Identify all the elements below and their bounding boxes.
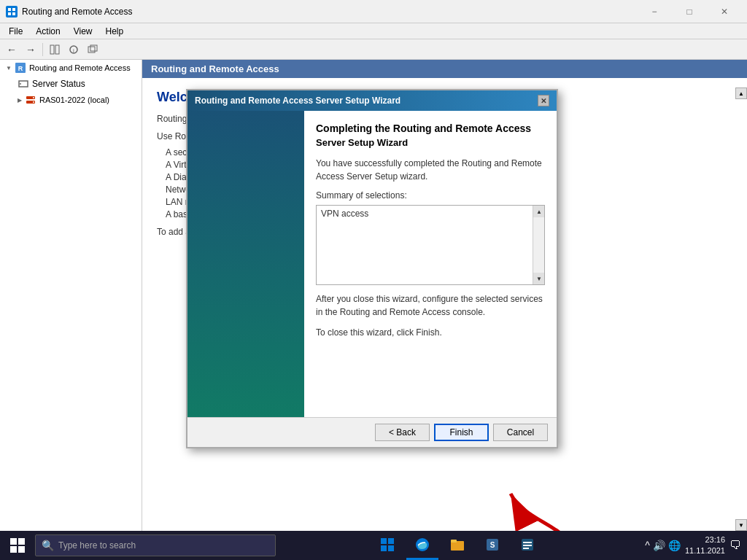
taskbar: 🔍 Type here to search S ^ 🔊 🌐 23:16 11.1… (0, 531, 747, 560)
svg-rect-29 (523, 542, 532, 543)
properties-button[interactable]: i (65, 42, 82, 58)
svg-rect-19 (381, 538, 387, 544)
dialog-title-bar: Routing and Remote Access Server Setup W… (187, 90, 557, 111)
sidebar-item-rra[interactable]: ▼ R Routing and Remote Access (0, 60, 142, 76)
summary-scrollbar[interactable]: ▲ ▼ (533, 206, 544, 284)
system-icons: ^ 🔊 🌐 (645, 540, 681, 551)
svg-rect-22 (388, 545, 394, 551)
title-bar: Routing and Remote Access − □ ✕ (0, 0, 747, 23)
start-button[interactable] (0, 531, 35, 560)
window-title: Routing and Remote Access (22, 7, 132, 17)
new-window-button[interactable] (84, 42, 101, 58)
svg-text:S: S (490, 541, 495, 549)
summary-scroll-down[interactable]: ▼ (533, 273, 545, 284)
summary-content: VPN access (321, 209, 368, 219)
svg-rect-31 (523, 548, 529, 549)
menu-file[interactable]: File (3, 25, 28, 38)
expand-arrow-ras01: ▶ (18, 97, 22, 104)
svg-rect-0 (8, 8, 11, 11)
svg-rect-5 (55, 45, 59, 54)
menu-action[interactable]: Action (30, 25, 66, 38)
svg-rect-25 (451, 540, 457, 542)
close-button[interactable]: ✕ (708, 0, 741, 23)
finish-text: To close this wizard, click Finish. (316, 326, 545, 339)
search-icon: 🔍 (42, 540, 54, 551)
sidebar-item-server-status[interactable]: Server Status (0, 76, 142, 92)
server-status-icon (18, 78, 29, 90)
dialog-section-subtitle: Server Setup Wizard (316, 137, 545, 148)
content-scrollbar[interactable]: ▲ ▼ (735, 88, 747, 531)
dialog-success-text: You have successfully completed the Rout… (316, 157, 545, 183)
app-icon (6, 6, 18, 18)
search-placeholder-text: Type here to search (58, 540, 136, 551)
taskbar-app4[interactable]: S (476, 531, 508, 560)
finish-button[interactable]: Finish (434, 424, 489, 441)
scroll-up-btn[interactable]: ▲ (735, 88, 747, 99)
clock-time: 23:16 (685, 534, 725, 545)
svg-rect-4 (50, 45, 54, 54)
menu-help[interactable]: Help (100, 25, 130, 38)
svg-rect-21 (381, 545, 387, 551)
wizard-dialog: Routing and Remote Access Server Setup W… (186, 89, 558, 448)
dialog-title: Routing and Remote Access Server Setup W… (195, 96, 400, 106)
sidebar: ▼ R Routing and Remote Access Server Sta… (0, 60, 142, 531)
toolbar-separator (42, 43, 43, 56)
cancel-button[interactable]: Cancel (493, 424, 548, 441)
sidebar-rra-label: Routing and Remote Access (29, 63, 131, 72)
dialog-close-btn[interactable]: ✕ (538, 95, 549, 106)
clock-date: 11.11.2021 (685, 545, 725, 556)
forward-button[interactable]: → (22, 42, 39, 58)
svg-text:i: i (73, 47, 74, 54)
taskbar-task-view[interactable] (371, 531, 403, 560)
menu-bar: File Action View Help (0, 23, 747, 39)
dialog-content-area: Completing the Routing and Remote Access… (304, 111, 557, 417)
svg-rect-30 (523, 545, 532, 546)
expand-arrow-rra: ▼ (6, 65, 12, 71)
taskbar-edge[interactable] (406, 531, 438, 560)
maximize-button[interactable]: □ (673, 0, 706, 23)
taskbar-app5[interactable] (511, 531, 543, 560)
wifi-icon[interactable]: 🌐 (668, 540, 681, 551)
menu-view[interactable]: View (68, 25, 98, 38)
network-icon[interactable]: ^ (645, 540, 650, 551)
svg-rect-20 (388, 538, 394, 544)
notification-icon[interactable]: 🗨 (729, 539, 741, 552)
scroll-down-btn[interactable]: ▼ (735, 519, 747, 531)
taskbar-right: ^ 🔊 🌐 23:16 11.11.2021 🗨 (639, 534, 747, 557)
speaker-icon[interactable]: 🔊 (653, 540, 665, 551)
summary-scroll-up[interactable]: ▲ (533, 206, 545, 217)
svg-rect-2 (8, 12, 11, 15)
minimize-button[interactable]: − (638, 0, 671, 23)
summary-box: VPN access ▲ ▼ (316, 205, 545, 285)
taskbar-file-explorer[interactable] (441, 531, 473, 560)
dialog-footer: < Back Finish Cancel (187, 417, 557, 447)
svg-point-16 (33, 97, 34, 98)
svg-rect-9 (90, 45, 97, 51)
after-close-text: After you close this wizard, configure t… (316, 292, 545, 319)
back-button[interactable]: < Back (375, 424, 430, 441)
taskbar-search[interactable]: 🔍 Type here to search (35, 534, 276, 556)
svg-rect-8 (88, 47, 95, 52)
dialog-section-title: Completing the Routing and Remote Access (316, 122, 545, 134)
show-hide-button[interactable] (46, 42, 63, 58)
server-icon (25, 94, 36, 106)
sidebar-server-status-label: Server Status (32, 79, 85, 89)
dialog-summary-label: Summary of selections: (316, 190, 545, 201)
svg-rect-3 (12, 12, 15, 15)
svg-point-17 (33, 101, 34, 103)
svg-text:R: R (18, 65, 23, 72)
svg-point-13 (20, 83, 21, 85)
dialog-body: Completing the Routing and Remote Access… (187, 111, 557, 417)
content-header-title: Routing and Remote Access (151, 63, 279, 74)
toolbar: ← → i (0, 39, 747, 60)
svg-rect-1 (12, 8, 15, 11)
start-icon (10, 538, 25, 553)
dialog-sidebar-graphic (187, 111, 304, 417)
main-area: ▼ R Routing and Remote Access Server Sta… (0, 60, 747, 531)
sidebar-ras01-label: RAS01-2022 (local) (39, 96, 109, 104)
back-button[interactable]: ← (3, 42, 20, 58)
content-header: Routing and Remote Access (142, 60, 747, 78)
system-clock[interactable]: 23:16 11.11.2021 (685, 534, 725, 557)
rra-icon: R (15, 62, 26, 74)
sidebar-item-ras01[interactable]: ▶ RAS01-2022 (local) (0, 92, 142, 108)
